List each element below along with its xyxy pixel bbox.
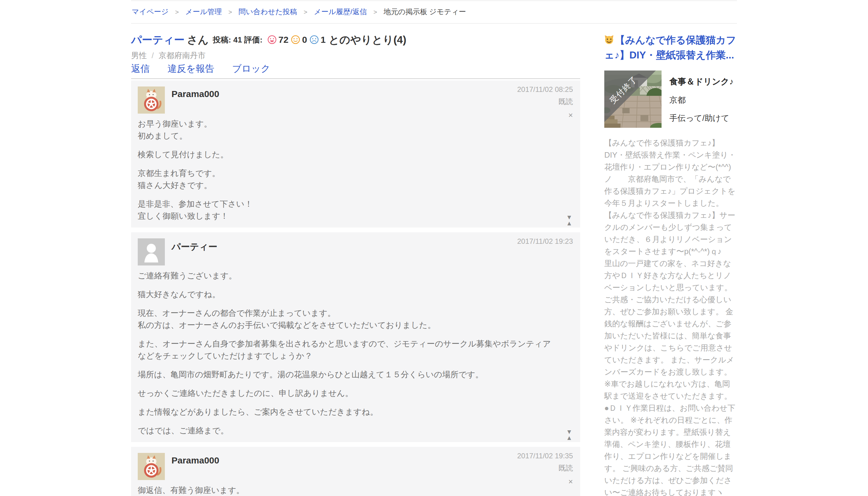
message-paragraph: ご連絡有難うございます。 bbox=[138, 270, 557, 282]
avatar-party-placeholder bbox=[138, 238, 165, 265]
breadcrumb-separator: > bbox=[175, 9, 179, 15]
message-paragraph: また、オーナーさん自身で参加者募集を出されるかと思いますので、ジモティーのサーク… bbox=[138, 338, 557, 362]
message-body: お早う御座います。 初めまして。検索して見付けました。京都生まれ育ちです。 猫さ… bbox=[138, 113, 573, 222]
message-paragraph: 是非是非、参加させて下さい！ 宜しく御願い致します！ bbox=[138, 198, 557, 222]
expand-icon: ▲ bbox=[566, 435, 572, 441]
message-card: Parama000 2017/11/02 08:25 既読 × お早う御座います… bbox=[131, 80, 580, 228]
partner-gender: 男性 bbox=[131, 51, 147, 60]
thread-actions: 返信 違反を報告 ブロック bbox=[131, 63, 580, 78]
collapse-icon: ▼ bbox=[566, 429, 572, 435]
cat-emoji-icon bbox=[604, 35, 614, 44]
page-title: パーティーさん投稿: 41 評価:7201とのやりとり(4) bbox=[131, 33, 580, 46]
sender-name: Parama000 bbox=[171, 89, 219, 99]
rating-bad-icon bbox=[310, 35, 319, 44]
listing-thumbnail[interactable]: 受付終了 bbox=[604, 71, 662, 128]
listing-category: 食事＆ドリンク♪ bbox=[669, 76, 733, 88]
message-paragraph: ではでは、ご連絡まで。 bbox=[138, 424, 557, 437]
message-paragraph: 京都生まれ育ちです。 猫さん大好きです。 bbox=[138, 167, 557, 191]
message-paragraph: 現在、オーナーさんの都合で作業が止まっています。 私の方は、オーナーさんのお手伝… bbox=[138, 307, 557, 331]
listing-description: 【みんなで作る保護猫カフェ♪】DIY・壁紙張替え作業・ペンキ塗り・花壇作り・エプ… bbox=[604, 137, 737, 496]
breadcrumb-separator: > bbox=[304, 9, 307, 15]
listing-sidebar: 【みんなで作る保護猫カフェ♪】DIY・壁紙張替え作業... bbox=[604, 33, 737, 496]
rating-good-count: 72 bbox=[278, 35, 289, 45]
breadcrumb-link-mail-management[interactable]: メール管理 bbox=[185, 7, 222, 16]
message-timestamp: 2017/11/02 19:35 bbox=[517, 452, 573, 460]
message-paragraph: 場所は、亀岡市の畑野町あたりです。湯の花温泉からひと山越えて１５分くらいの場所で… bbox=[138, 369, 557, 381]
message-paragraph: また情報などがありましたら、ご案内をさせていただきますね。 bbox=[138, 406, 557, 418]
collapse-expand-toggle[interactable]: ▼ ▲ bbox=[566, 429, 572, 441]
breadcrumb-separator: > bbox=[229, 9, 232, 15]
message-paragraph: 猫大好きなんですね。 bbox=[138, 289, 557, 300]
avatar-parama000 bbox=[138, 87, 165, 113]
close-icon[interactable]: × bbox=[569, 111, 573, 119]
message-card: Parama000 2017/11/02 19:35 既読 × 御返信、有難う御… bbox=[131, 447, 580, 496]
breadcrumb: マイページ > メール管理 > 問い合わせた投稿 > メール履歴/返信 > 地元… bbox=[131, 1, 737, 24]
breadcrumb-link-mypage[interactable]: マイページ bbox=[132, 7, 169, 16]
breadcrumb-separator: > bbox=[373, 9, 377, 15]
avatar-parama000 bbox=[138, 453, 165, 480]
listing-summary: 受付終了 食事＆ドリンク♪ 京都 手伝って/助けて bbox=[604, 71, 737, 128]
breadcrumb-link-mail-history[interactable]: メール履歴/返信 bbox=[314, 7, 367, 16]
message-card: パーティー 2017/11/02 19:23 ご連絡有難うございます。猫大好きな… bbox=[131, 232, 580, 442]
read-status-badge: 既読 bbox=[558, 97, 573, 106]
listing-area: 京都 bbox=[669, 95, 733, 106]
profile-separator: / bbox=[152, 51, 154, 60]
expand-icon: ▲ bbox=[566, 220, 572, 226]
message-paragraph: 御返信、有難う御座います。 是非是非、お待ちしております！ bbox=[138, 484, 557, 496]
message-body: 御返信、有難う御座います。 是非是非、お待ちしております！ bbox=[138, 480, 573, 496]
sender-name: Parama000 bbox=[171, 455, 219, 466]
stats-label: 投稿: 41 評価: bbox=[213, 35, 263, 44]
partner-name-link[interactable]: パーティー bbox=[131, 34, 184, 46]
page: マイページ > メール管理 > 問い合わせた投稿 > メール履歴/返信 > 地元… bbox=[131, 1, 737, 496]
message-header: Parama000 2017/11/02 08:25 既読 × bbox=[138, 87, 573, 113]
read-status-badge: 既読 bbox=[558, 463, 573, 473]
reply-button[interactable]: 返信 bbox=[131, 63, 150, 74]
conversation-count-label: とのやりとり(4) bbox=[329, 34, 406, 46]
rating-good-icon bbox=[267, 35, 277, 44]
breadcrumb-current: 地元の掲示板 ジモティー bbox=[384, 7, 466, 16]
message-paragraph: お早う御座います。 初めまして。 bbox=[138, 118, 557, 142]
message-body: ご連絡有難うございます。猫大好きなんですね。現在、オーナーさんの都合で作業が止ま… bbox=[138, 265, 573, 437]
message-timestamp: 2017/11/02 08:25 bbox=[517, 85, 573, 94]
listing-title-text: 【みんなで作る保護猫カフェ♪】DIY・壁紙張替え作業... bbox=[604, 34, 736, 61]
message-thread-section: パーティーさん投稿: 41 評価:7201とのやりとり(4) 男性/京都府南丹市… bbox=[131, 33, 580, 496]
message-header: パーティー 2017/11/02 19:23 bbox=[138, 238, 573, 265]
rating-neutral-count: 0 bbox=[302, 35, 307, 45]
partner-profile-info: 男性/京都府南丹市 bbox=[131, 51, 580, 60]
message-paragraph: せっかくご連絡いただきましたのに、申し訳ありません。 bbox=[138, 387, 557, 399]
sender-name: パーティー bbox=[171, 241, 217, 253]
message-header: Parama000 2017/11/02 19:35 既読 × bbox=[138, 453, 573, 480]
listing-title-link[interactable]: 【みんなで作る保護猫カフェ♪】DIY・壁紙張替え作業... bbox=[604, 33, 737, 63]
collapse-icon: ▼ bbox=[566, 214, 572, 220]
close-icon[interactable]: × bbox=[569, 478, 573, 485]
message-timestamp: 2017/11/02 19:23 bbox=[517, 237, 573, 246]
partner-location: 京都府南丹市 bbox=[158, 51, 205, 60]
report-violation-button[interactable]: 違反を報告 bbox=[168, 63, 215, 74]
honorific-label: さん bbox=[187, 34, 208, 46]
collapse-expand-toggle[interactable]: ▼ ▲ bbox=[566, 214, 572, 226]
message-paragraph: 検索して見付けました。 bbox=[138, 149, 557, 160]
block-button[interactable]: ブロック bbox=[232, 63, 270, 74]
breadcrumb-link-inquired-posts[interactable]: 問い合わせた投稿 bbox=[239, 7, 297, 16]
rating-neutral-icon bbox=[291, 35, 300, 44]
rating-bad-count: 1 bbox=[321, 35, 326, 45]
listing-type: 手伝って/助けて bbox=[669, 113, 733, 124]
message-list: Parama000 2017/11/02 08:25 既読 × お早う御座います… bbox=[131, 78, 580, 496]
